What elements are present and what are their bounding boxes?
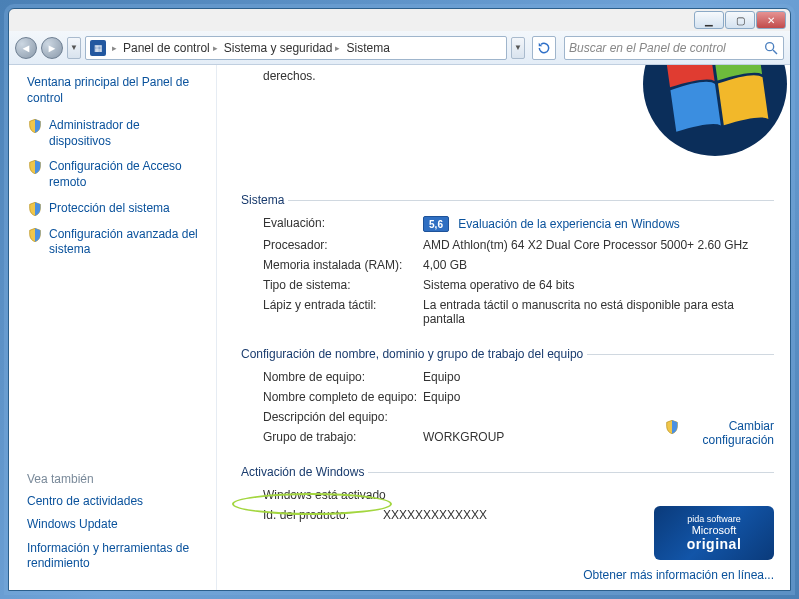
chevron-right-icon: ▸ (112, 43, 117, 53)
close-button[interactable]: ✕ (756, 11, 786, 29)
breadcrumb-label: Sistema y seguridad (224, 41, 333, 55)
genuine-brand-text: Microsoft (692, 524, 737, 536)
label: Evaluación: (263, 216, 423, 232)
search-icon (763, 40, 779, 56)
link-label: Cambiar configuración (684, 419, 774, 447)
svg-point-0 (766, 42, 774, 50)
row-full-computer-name: Nombre completo de equipo: Equipo (241, 387, 774, 407)
genuine-small-text: pida software (687, 514, 741, 524)
row-rating: Evaluación: 5,6 Evaluación de la experie… (241, 213, 774, 235)
breadcrumb-seg-2[interactable]: Sistema (346, 41, 389, 55)
content-area: Ventana principal del Panel de control A… (9, 65, 790, 590)
search-input[interactable] (569, 41, 763, 55)
sidebar-item-label: Configuración de Acceso remoto (49, 159, 202, 190)
section-legend: Activación de Windows (241, 465, 368, 479)
sidebar-item-label: Protección del sistema (49, 201, 170, 217)
row-pen-touch: Lápiz y entrada táctil: La entrada tácti… (241, 295, 774, 329)
link-windows-update[interactable]: Windows Update (27, 517, 202, 533)
breadcrumb-label: Panel de control (123, 41, 210, 55)
value: 4,00 GB (423, 258, 774, 272)
value: La entrada táctil o manuscrita no está d… (423, 298, 774, 326)
titlebar: ▁ ▢ ✕ (9, 9, 790, 31)
row-ram: Memoria instalada (RAM): 4,00 GB (241, 255, 774, 275)
value: Equipo (423, 390, 774, 404)
history-dropdown[interactable]: ▼ (67, 37, 81, 59)
chevron-right-icon: ▸ (335, 43, 340, 53)
label: Grupo de trabajo: (263, 430, 423, 444)
navigation-bar: ◄ ► ▼ ▦ ▸ Panel de control ▸ Sistema y s… (9, 31, 790, 65)
breadcrumb[interactable]: ▦ ▸ Panel de control ▸ Sistema y segurid… (85, 36, 507, 60)
sidebar-item-label: Configuración avanzada del sistema (49, 227, 202, 258)
label: Nombre de equipo: (263, 370, 423, 384)
row-system-type: Tipo de sistema: Sistema operativo de 64… (241, 275, 774, 295)
shield-icon (27, 201, 43, 217)
value: Equipo (423, 370, 774, 384)
search-box[interactable] (564, 36, 784, 60)
back-button[interactable]: ◄ (15, 37, 37, 59)
label: Procesador: (263, 238, 423, 252)
chevron-right-icon: ▸ (213, 43, 218, 53)
breadcrumb-seg-1[interactable]: Sistema y seguridad ▸ (224, 41, 341, 55)
genuine-badge[interactable]: pida software Microsoft original (654, 506, 774, 560)
label: Descripción del equipo: (263, 410, 423, 424)
refresh-icon (537, 41, 551, 55)
row-computer-name: Nombre de equipo: Equipo (241, 367, 774, 387)
control-panel-icon: ▦ (90, 40, 106, 56)
forward-button[interactable]: ► (41, 37, 63, 59)
section-system: Sistema Evaluación: 5,6 Evaluación de la… (241, 193, 774, 329)
section-legend: Sistema (241, 193, 288, 207)
sidebar-item-label: Administrador de dispositivos (49, 118, 202, 149)
link-performance-info[interactable]: Información y herramientas de rendimient… (27, 541, 202, 572)
label: Id. del producto: (263, 508, 383, 522)
main-pane: derechos. Sistema Evaluación: 5,6 Evalua… (217, 65, 790, 590)
section-legend: Configuración de nombre, dominio y grupo… (241, 347, 587, 361)
sidebar-item-advanced-settings[interactable]: Configuración avanzada del sistema (27, 227, 202, 258)
sidebar: Ventana principal del Panel de control A… (9, 65, 217, 590)
window-buttons: ▁ ▢ ✕ (693, 11, 786, 29)
label: Memoria instalada (RAM): (263, 258, 423, 272)
row-activation-status: Windows está activado (241, 485, 774, 505)
link-more-info-online[interactable]: Obtener más información en línea... (583, 568, 774, 582)
shield-icon (27, 227, 43, 243)
windows-logo-icon (640, 65, 790, 159)
sidebar-item-system-protection[interactable]: Protección del sistema (27, 201, 202, 217)
value: Sistema operativo de 64 bits (423, 278, 774, 292)
activation-status-text: Windows está activado (263, 488, 774, 502)
label: Lápiz y entrada táctil: (263, 298, 423, 326)
control-panel-home-link[interactable]: Ventana principal del Panel de control (27, 75, 202, 106)
breadcrumb-dropdown[interactable]: ▼ (511, 37, 525, 59)
breadcrumb-label: Sistema (346, 41, 389, 55)
window-frame: ▁ ▢ ✕ ◄ ► ▼ ▦ ▸ Panel de control ▸ Siste… (8, 8, 791, 591)
minimize-button[interactable]: ▁ (694, 11, 724, 29)
shield-icon (664, 419, 680, 435)
maximize-button[interactable]: ▢ (725, 11, 755, 29)
shield-icon (27, 118, 43, 134)
link-wei[interactable]: Evaluación de la experiencia en Windows (458, 217, 679, 231)
label: Nombre completo de equipo: (263, 390, 423, 404)
value: AMD Athlon(tm) 64 X2 Dual Core Processor… (423, 238, 774, 252)
shield-icon (27, 159, 43, 175)
breadcrumb-root[interactable]: Panel de control ▸ (123, 41, 218, 55)
see-also-header: Vea también (27, 472, 202, 486)
wei-score-badge: 5,6 (423, 216, 449, 232)
refresh-button[interactable] (532, 36, 556, 60)
link-change-settings[interactable]: Cambiar configuración (664, 419, 774, 447)
label: Tipo de sistema: (263, 278, 423, 292)
sidebar-item-device-manager[interactable]: Administrador de dispositivos (27, 118, 202, 149)
sidebar-item-remote-access[interactable]: Configuración de Acceso remoto (27, 159, 202, 190)
svg-line-1 (773, 50, 777, 54)
link-action-center[interactable]: Centro de actividades (27, 494, 202, 510)
genuine-big-text: original (687, 536, 742, 552)
row-cpu: Procesador: AMD Athlon(tm) 64 X2 Dual Co… (241, 235, 774, 255)
